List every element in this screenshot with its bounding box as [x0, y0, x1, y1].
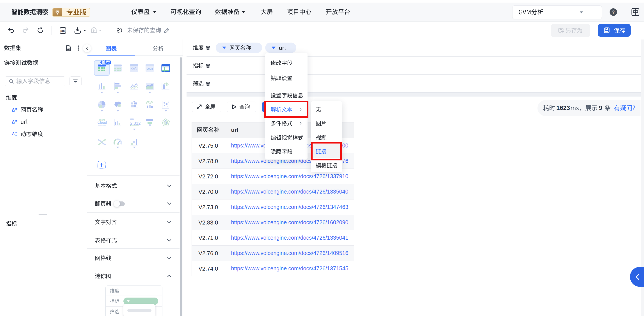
svg-text:OKR: OKR: [147, 67, 153, 71]
svg-text:2,312: 2,312: [130, 121, 141, 126]
svg-text:Cloud: Cloud: [98, 121, 107, 124]
svg-text:Word Cloud: Word Cloud: [98, 125, 106, 126]
